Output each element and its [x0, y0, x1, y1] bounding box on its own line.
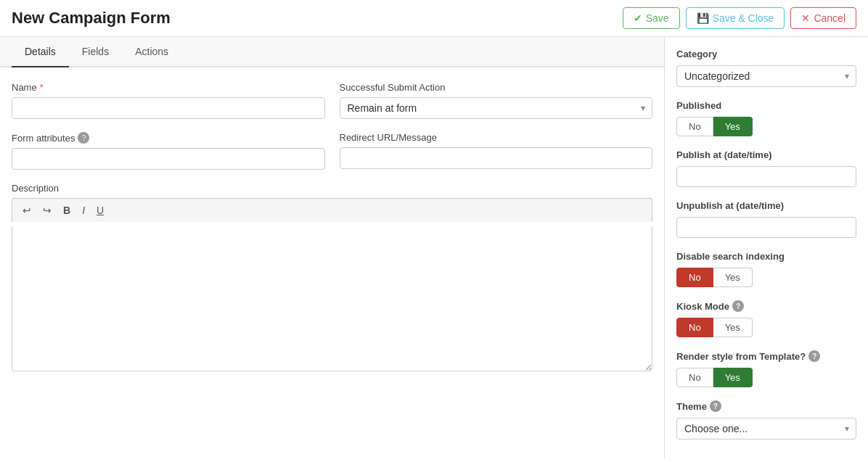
disable-search-yes-button[interactable]: Yes — [713, 268, 753, 287]
top-actions: ✔ Save 💾 Save & Close ✕ Cancel — [623, 7, 856, 29]
theme-section: Theme ? Choose one... ▾ — [676, 400, 856, 440]
render-style-label: Render style from Template? ? — [676, 350, 856, 362]
form-row-2: Form attributes ? Redirect URL/Message — [12, 132, 652, 170]
tab-actions[interactable]: Actions — [122, 37, 181, 67]
name-required-star: * — [40, 82, 44, 93]
successful-submit-select[interactable]: Remain at form — [340, 97, 653, 119]
kiosk-yes-button[interactable]: Yes — [713, 318, 753, 337]
published-no-button[interactable]: No — [676, 117, 713, 136]
theme-help-icon: ? — [710, 400, 721, 412]
form-row-1: Name * Successful Submit Action Remain a… — [12, 82, 652, 119]
disable-search-section: Disable search indexing No Yes — [676, 251, 856, 287]
redo-button[interactable]: ↪ — [38, 203, 56, 218]
redirect-url-group: Redirect URL/Message — [340, 132, 653, 170]
save-close-label: Save & Close — [713, 12, 774, 24]
tabs: Details Fields Actions — [0, 37, 664, 67]
italic-button[interactable]: I — [78, 203, 89, 218]
theme-select-wrapper: Choose one... ▾ — [676, 418, 856, 440]
left-panel: Details Fields Actions Name * Successful… — [0, 37, 665, 458]
disable-search-toggle: No Yes — [676, 268, 856, 287]
theme-label: Theme ? — [676, 400, 856, 412]
save-check-icon: ✔ — [634, 12, 642, 24]
redirect-url-input[interactable] — [340, 147, 653, 169]
form-attributes-input[interactable] — [12, 148, 325, 170]
top-bar: New Campaign Form ✔ Save 💾 Save & Close … — [0, 0, 868, 37]
kiosk-toggle: No Yes — [676, 318, 856, 337]
save-close-button[interactable]: 💾 Save & Close — [686, 7, 785, 29]
successful-submit-group: Successful Submit Action Remain at form … — [340, 82, 653, 119]
tab-fields[interactable]: Fields — [69, 37, 122, 67]
undo-button[interactable]: ↩ — [18, 203, 36, 218]
name-label: Name * — [12, 82, 325, 93]
render-style-section: Render style from Template? ? No Yes — [676, 350, 856, 387]
save-button[interactable]: ✔ Save — [623, 7, 680, 29]
render-style-yes-button[interactable]: Yes — [713, 368, 753, 387]
publish-at-section: Publish at (date/time) — [676, 149, 856, 187]
kiosk-section: Kiosk Mode ? No Yes — [676, 300, 856, 337]
underline-button[interactable]: U — [92, 203, 108, 218]
published-toggle: No Yes — [676, 117, 856, 136]
main-layout: Details Fields Actions Name * Successful… — [0, 37, 868, 458]
published-section: Published No Yes — [676, 100, 856, 136]
tab-details[interactable]: Details — [12, 37, 69, 67]
published-label: Published — [676, 100, 856, 111]
name-group: Name * — [12, 82, 325, 119]
category-section: Category Uncategorized ▾ — [676, 49, 856, 87]
successful-submit-label: Successful Submit Action — [340, 82, 653, 93]
save-label: Save — [646, 12, 669, 24]
cancel-x-icon: ✕ — [801, 12, 810, 24]
category-select-wrapper: Uncategorized ▾ — [676, 65, 856, 87]
bold-button[interactable]: B — [59, 203, 75, 218]
category-select[interactable]: Uncategorized — [676, 65, 856, 87]
redirect-url-label: Redirect URL/Message — [340, 132, 653, 143]
render-style-toggle: No Yes — [676, 368, 856, 387]
cancel-button[interactable]: ✕ Cancel — [790, 7, 856, 29]
category-label: Category — [676, 49, 856, 59]
form-body: Name * Successful Submit Action Remain a… — [0, 67, 664, 386]
unpublish-at-label: Unpublish at (date/time) — [676, 200, 856, 211]
disable-search-no-button[interactable]: No — [676, 268, 713, 287]
unpublish-at-section: Unpublish at (date/time) — [676, 200, 856, 238]
page-title: New Campaign Form — [12, 9, 171, 28]
unpublish-at-input[interactable] — [676, 217, 856, 238]
form-attributes-label: Form attributes ? — [12, 132, 325, 144]
description-label: Description — [12, 183, 652, 194]
kiosk-label: Kiosk Mode ? — [676, 300, 856, 312]
editor-toolbar: ↩ ↪ B I U — [12, 198, 652, 222]
publish-at-label: Publish at (date/time) — [676, 149, 856, 160]
form-attributes-group: Form attributes ? — [12, 132, 325, 170]
render-style-help-icon: ? — [808, 350, 820, 362]
description-textarea[interactable] — [12, 226, 652, 371]
name-input[interactable] — [12, 97, 325, 119]
kiosk-help-icon: ? — [732, 300, 744, 312]
disable-search-label: Disable search indexing — [676, 251, 856, 262]
publish-at-input[interactable] — [676, 166, 856, 187]
form-attributes-help-icon: ? — [78, 132, 89, 144]
theme-select[interactable]: Choose one... — [676, 418, 856, 440]
render-style-no-button[interactable]: No — [676, 368, 713, 387]
right-panel: Category Uncategorized ▾ Published No Ye… — [665, 37, 868, 458]
kiosk-no-button[interactable]: No — [676, 318, 713, 337]
successful-submit-select-wrapper: Remain at form ▾ — [340, 97, 653, 119]
published-yes-button[interactable]: Yes — [713, 117, 753, 136]
description-group: Description ↩ ↪ B I U — [12, 183, 652, 371]
save-close-icon: 💾 — [697, 12, 709, 24]
cancel-label: Cancel — [814, 12, 846, 24]
